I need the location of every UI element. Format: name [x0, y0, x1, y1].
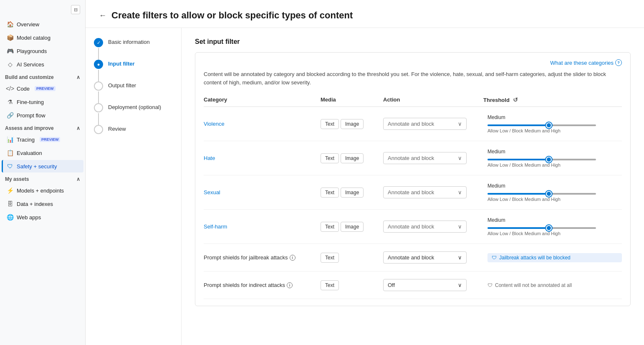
jailbreak-action-dropdown[interactable]: Annotate and block ∨	[383, 251, 467, 264]
chevron-down-icon-jailbreak: ∨	[458, 254, 462, 261]
self-harm-slider[interactable]	[487, 227, 596, 229]
evaluation-icon: 📋	[7, 150, 13, 156]
sexual-label[interactable]: Sexual	[204, 189, 321, 195]
indirect-action-value: Off	[388, 282, 395, 288]
section-assess-and-improve[interactable]: Assess and improve ∧	[0, 122, 85, 133]
sexual-threshold-header: Medium	[487, 183, 622, 189]
sidebar-item-ai-services[interactable]: ◇ AI Services	[2, 58, 83, 71]
self-harm-action-value: Annotate and block	[388, 223, 434, 230]
sidebar-item-tracing[interactable]: 📊 Tracing PREVIEW	[2, 133, 83, 146]
self-harm-action-dropdown[interactable]: Annotate and block ∨	[383, 221, 467, 233]
jailbreak-info-icon[interactable]: i	[290, 255, 295, 261]
indirect-threshold: 🛡 Content will not be annotated at all	[483, 282, 622, 288]
jailbreak-label-group: Prompt shields for jailbreak attacks i	[204, 254, 321, 261]
ai-services-icon: ◇	[7, 61, 13, 68]
sidebar-item-fine-tuning[interactable]: ⚗ Fine-tuning	[2, 96, 83, 108]
hate-slider-container	[487, 155, 596, 162]
content-area: ✓ Basic information ● Input filter	[86, 28, 644, 345]
wizard-step-line-3	[98, 91, 99, 103]
chevron-up-icon-3: ∧	[76, 176, 80, 182]
sidebar-item-prompt-flow[interactable]: 🔗 Prompt flow	[2, 109, 83, 122]
chevron-down-icon-self-harm: ∨	[458, 223, 462, 230]
chevron-up-icon-2: ∧	[76, 125, 80, 131]
filter-section-title: Set input filter	[195, 38, 631, 46]
hate-text-btn[interactable]: Text	[321, 153, 339, 163]
wizard-step-basic-info[interactable]: ✓ Basic information	[94, 38, 173, 60]
col-media: Media	[321, 96, 383, 103]
self-harm-text-btn[interactable]: Text	[321, 222, 339, 232]
sexual-image-btn[interactable]: Image	[341, 188, 364, 198]
self-harm-slider-container	[487, 224, 596, 230]
sidebar-item-data-indexes[interactable]: 🗄 Data + indexes	[2, 198, 83, 210]
self-harm-threshold-label: Medium	[487, 217, 505, 223]
sidebar-item-playgrounds[interactable]: 🎮 Playgrounds	[2, 45, 83, 57]
hate-label[interactable]: Hate	[204, 155, 321, 161]
threshold-reset-icon[interactable]: ↺	[513, 96, 518, 103]
self-harm-image-btn[interactable]: Image	[341, 222, 364, 232]
hate-threshold: Medium Allow Low / Block Medium and High	[483, 149, 622, 167]
hate-image-btn[interactable]: Image	[341, 153, 364, 163]
wizard-step-circle-2: ●	[94, 60, 103, 69]
hate-threshold-note: Allow Low / Block Medium and High	[487, 162, 622, 167]
sidebar-item-safety-security[interactable]: 🛡 Safety + security	[2, 160, 83, 172]
sidebar-item-models-endpoints[interactable]: ⚡ Models + endpoints	[2, 184, 83, 197]
violence-slider-container	[487, 121, 596, 127]
violence-text-btn[interactable]: Text	[321, 119, 339, 129]
hate-action-dropdown[interactable]: Annotate and block ∨	[383, 152, 467, 164]
models-endpoints-icon: ⚡	[7, 187, 13, 194]
jailbreak-action-value: Annotate and block	[388, 254, 434, 261]
wizard-step-input-filter[interactable]: ● Input filter	[94, 60, 173, 81]
sexual-threshold-label: Medium	[487, 183, 505, 189]
sexual-threshold-note: Allow Low / Block Medium and High	[487, 197, 622, 202]
wizard-step-indicator-4	[94, 103, 103, 125]
self-harm-label[interactable]: Self-harm	[204, 223, 321, 230]
sidebar-item-code[interactable]: </> Code PREVIEW	[2, 82, 83, 95]
wizard-step-review[interactable]: Review	[94, 125, 173, 140]
tracing-preview-badge: PREVIEW	[40, 137, 61, 142]
sexual-slider[interactable]	[487, 193, 596, 195]
sexual-action-dropdown[interactable]: Annotate and block ∨	[383, 186, 467, 198]
collapse-sidebar-button[interactable]: ⊟	[71, 5, 80, 14]
hate-slider[interactable]	[487, 159, 596, 160]
sidebar: ⊟ 🏠 Overview 📦 Model catalog 🎮 Playgroun…	[0, 0, 86, 345]
wizard-step-circle-1: ✓	[94, 38, 103, 47]
main-content: ← Create filters to allow or block speci…	[86, 0, 644, 345]
sidebar-header: ⊟	[0, 3, 85, 18]
violence-label[interactable]: Violence	[204, 121, 321, 127]
filter-row-hate: Hate Text Image Annotate and block ∨ Med…	[204, 141, 622, 175]
sidebar-item-web-apps[interactable]: 🌐 Web apps	[2, 211, 83, 223]
violence-slider[interactable]	[487, 124, 596, 126]
wizard-step-indicator-1: ✓	[94, 38, 103, 60]
violence-image-btn[interactable]: Image	[341, 119, 364, 129]
what-are-categories-link[interactable]: What are these categories ?	[550, 59, 622, 66]
wizard-step-deployment[interactable]: Deployment (optional)	[94, 103, 173, 125]
safety-security-icon: 🛡	[7, 163, 13, 170]
tracing-icon: 📊	[7, 136, 13, 143]
section-build-and-customize[interactable]: Build and customize ∧	[0, 71, 85, 82]
model-catalog-icon: 📦	[7, 34, 13, 41]
section-my-assets[interactable]: My assets ∧	[0, 173, 85, 184]
wizard-step-label-3: Output filter	[108, 81, 136, 97]
chevron-up-icon: ∧	[76, 74, 80, 80]
indirect-text-btn[interactable]: Text	[321, 280, 339, 290]
wizard-step-line-1	[98, 48, 99, 60]
indirect-info-icon[interactable]: i	[287, 282, 293, 288]
violence-action-dropdown[interactable]: Annotate and block ∨	[383, 118, 467, 130]
violence-action-value: Annotate and block	[388, 121, 434, 127]
jailbreak-text-btn[interactable]: Text	[321, 253, 339, 263]
indirect-label: Prompt shields for indirect attacks	[204, 282, 285, 288]
jailbreak-label: Prompt shields for jailbreak attacks	[204, 254, 288, 261]
sidebar-item-model-catalog[interactable]: 📦 Model catalog	[2, 31, 83, 44]
indirect-action-dropdown[interactable]: Off ∨	[383, 279, 467, 291]
sexual-text-btn[interactable]: Text	[321, 188, 339, 198]
sidebar-item-overview[interactable]: 🏠 Overview	[2, 18, 83, 30]
page-title-bar: ← Create filters to allow or block speci…	[86, 0, 644, 28]
chevron-down-icon-indirect: ∨	[458, 282, 462, 288]
sidebar-item-evaluation[interactable]: 📋 Evaluation	[2, 147, 83, 159]
jailbreak-media: Text	[321, 253, 383, 263]
wizard-step-output-filter[interactable]: Output filter	[94, 81, 173, 103]
back-button[interactable]: ←	[99, 11, 106, 20]
wizard-step-indicator-5	[94, 125, 103, 134]
wizard-step-indicator-3	[94, 81, 103, 103]
wizard-panel: ✓ Basic information ● Input filter	[86, 28, 182, 345]
